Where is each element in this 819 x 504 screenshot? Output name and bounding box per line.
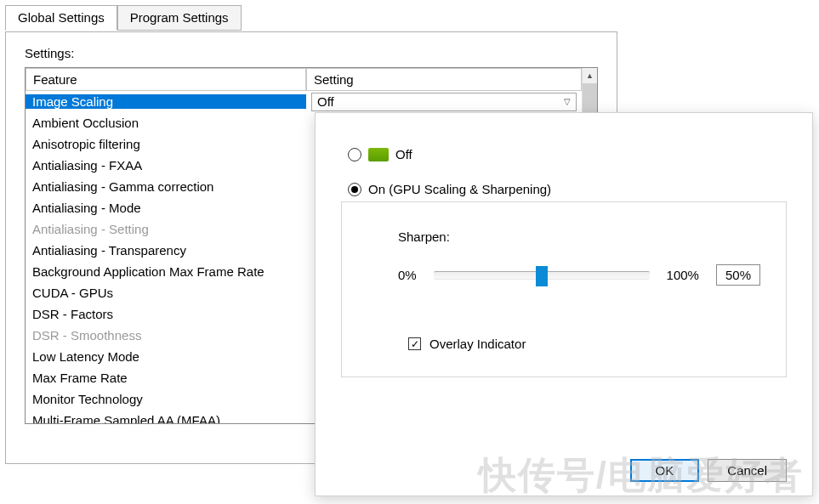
feature-setting-cell: Off▽	[306, 93, 582, 111]
sharpen-group: Sharpen: 0% 100% 50% ✓ Overlay Indicator	[341, 201, 787, 377]
overlay-indicator-checkbox[interactable]: ✓	[408, 337, 421, 350]
radio-on[interactable]	[348, 183, 361, 196]
sharpen-slider-row: 0% 100% 50%	[398, 264, 760, 286]
feature-name: Antialiasing - Setting	[26, 222, 306, 236]
nvidia-icon	[368, 148, 389, 161]
feature-name: CUDA - GPUs	[26, 286, 306, 300]
tab-program-settings[interactable]: Program Settings	[117, 5, 242, 31]
image-scaling-popup: Off On (GPU Scaling & Sharpening) Sharpe…	[315, 112, 813, 496]
radio-off[interactable]	[348, 148, 361, 161]
setting-dropdown-value: Off	[317, 94, 334, 109]
radio-on-row[interactable]: On (GPU Scaling & Sharpening)	[348, 182, 780, 196]
feature-name: Antialiasing - Transparency	[26, 243, 306, 258]
table-row[interactable]: Image ScalingOff▽	[26, 91, 582, 112]
overlay-indicator-row[interactable]: ✓ Overlay Indicator	[408, 337, 760, 351]
feature-name: Antialiasing - Mode	[26, 201, 306, 215]
sharpen-max-label: 100%	[667, 268, 699, 282]
sharpen-min-label: 0%	[398, 268, 417, 282]
feature-name: Ambient Occlusion	[26, 116, 306, 130]
setting-dropdown[interactable]: Off▽	[311, 93, 577, 111]
popup-button-bar: OK Cancel	[341, 459, 787, 482]
tab-global-settings[interactable]: Global Settings	[5, 5, 117, 31]
feature-name: Antialiasing - FXAA	[26, 158, 306, 173]
feature-name: Low Latency Mode	[26, 349, 306, 364]
radio-on-label: On (GPU Scaling & Sharpening)	[368, 182, 551, 196]
radio-off-label: Off	[395, 147, 412, 161]
feature-name: Monitor Technology	[26, 392, 306, 406]
overlay-indicator-label: Overlay Indicator	[429, 337, 526, 351]
radio-off-row[interactable]: Off	[348, 147, 780, 161]
feature-name: DSR - Smoothness	[26, 328, 306, 343]
column-header-setting[interactable]: Setting	[306, 68, 582, 91]
ok-button[interactable]: OK	[630, 459, 700, 482]
feature-name: Antialiasing - Gamma correction	[26, 179, 306, 194]
table-header: Feature Setting	[26, 68, 582, 91]
feature-name: Image Scaling	[26, 94, 306, 109]
column-header-feature[interactable]: Feature	[26, 68, 306, 91]
sharpen-label: Sharpen:	[398, 229, 760, 244]
chevron-down-icon: ▽	[564, 97, 571, 106]
feature-name: DSR - Factors	[26, 307, 306, 321]
sharpen-value-box[interactable]: 50%	[716, 264, 760, 286]
sharpen-slider[interactable]	[434, 271, 650, 280]
settings-label: Settings:	[25, 46, 598, 60]
cancel-button[interactable]: Cancel	[708, 459, 787, 482]
feature-name: Background Application Max Frame Rate	[26, 264, 306, 279]
scroll-up-button[interactable]: ▲	[583, 68, 597, 83]
feature-name: Max Frame Rate	[26, 371, 306, 385]
feature-name: Multi-Frame Sampled AA (MFAA)	[26, 413, 306, 423]
tab-strip: Global Settings Program Settings	[5, 5, 617, 31]
feature-name: Anisotropic filtering	[26, 137, 306, 151]
sharpen-slider-thumb[interactable]	[536, 266, 548, 286]
